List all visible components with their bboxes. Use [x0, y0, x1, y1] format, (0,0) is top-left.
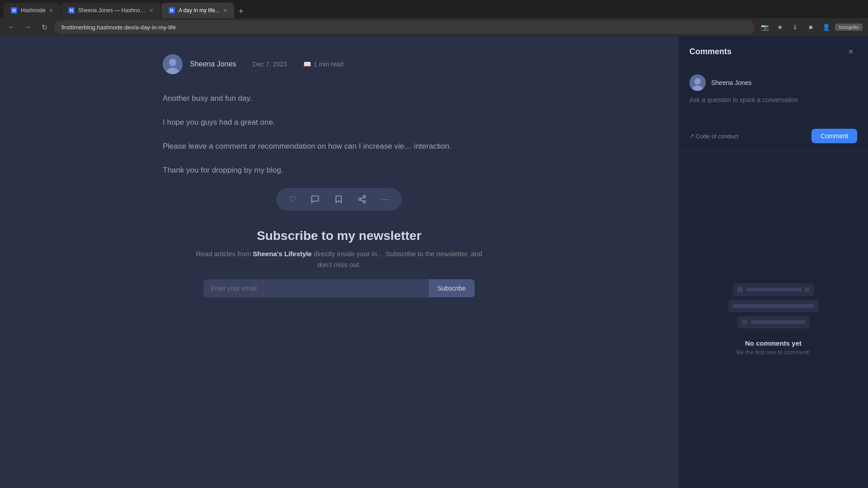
newsletter-email-input[interactable]: [203, 279, 429, 297]
comment-text-input[interactable]: [689, 96, 857, 123]
read-time-text: 1 min read: [314, 61, 344, 68]
svg-point-9: [694, 78, 701, 84]
hashnode-favicon-2: H: [68, 7, 75, 14]
tab-close-2[interactable]: ×: [150, 7, 153, 14]
comments-empty-state: No comments yet Be the first one to comm…: [679, 151, 868, 488]
newsletter-title: Subscribe to my newsletter: [190, 229, 488, 243]
empty-sub-text: Be the first one to comment!: [736, 349, 810, 356]
article-paragraph-4: Thank you for dropping by my blog.: [163, 164, 515, 177]
camera-icon[interactable]: 📷: [758, 21, 771, 33]
hashnode-favicon-3: H: [169, 7, 175, 14]
comment-footer: ↗ Code of conduct Comment: [689, 129, 857, 143]
commenter-name: Sheena Jones: [711, 79, 752, 86]
hashnode-favicon-1: H: [11, 7, 17, 14]
article-meta: Sheena Jones · Dec 7, 2023 · 📖 1 min rea…: [163, 54, 515, 74]
bookmark-button[interactable]: [332, 193, 345, 206]
like-button[interactable]: ♡: [287, 192, 298, 206]
article-content: Sheena Jones · Dec 7, 2023 · 📖 1 min rea…: [136, 36, 542, 324]
svg-point-5: [363, 201, 366, 203]
card1-dot: [737, 287, 743, 292]
code-of-conduct-link[interactable]: ↗ Code of conduct: [689, 133, 739, 140]
incognito-badge: Incognito: [835, 23, 863, 31]
forward-button[interactable]: →: [22, 21, 34, 33]
empty-no-comments-text: No comments yet: [745, 339, 802, 347]
profile-icon[interactable]: 👤: [820, 21, 832, 33]
nav-right: 📷 ★ ⇓ ■ 👤 Incognito: [758, 21, 863, 33]
card2-line1: [733, 304, 814, 308]
comment-user-row: Sheena Jones: [689, 75, 857, 91]
newsletter-section: Subscribe to my newsletter Read articles…: [163, 220, 515, 306]
svg-line-7: [361, 197, 363, 198]
article-paragraph-3: Please leave a comment or recommendation…: [163, 140, 515, 153]
external-link-icon: ↗: [689, 133, 694, 139]
share-button[interactable]: [356, 193, 368, 206]
author-name: Sheena Jones: [190, 60, 236, 68]
browser-nav: ← → ↻ 📷 ★ ⇓ ■ 👤 Incognito: [0, 18, 868, 36]
svg-point-3: [363, 195, 366, 197]
tab-hashnode[interactable]: H Hashnode ×: [4, 3, 60, 18]
tab-title-hashnode: Hashnode: [21, 7, 46, 14]
blog-name: Sheena's Lifestyle: [253, 250, 311, 258]
comment-submit-button[interactable]: Comment: [811, 129, 857, 143]
tab-close-1[interactable]: ×: [49, 7, 53, 14]
tab-title-blog: A day in my life...: [179, 7, 220, 14]
article-date: Dec 7, 2023: [253, 61, 287, 68]
action-bar: ♡: [163, 188, 515, 211]
tab-sheena[interactable]: H Sheena Jones — Hashnode ×: [61, 3, 160, 18]
new-tab-button[interactable]: +: [235, 5, 247, 18]
article-read-time: 📖 1 min read: [303, 61, 344, 68]
newsletter-form: Subscribe: [203, 279, 475, 297]
newsletter-desc: Read articles from Sheena's Lifestyle di…: [190, 249, 488, 270]
tab-close-3[interactable]: ×: [223, 7, 227, 14]
comments-title: Comments: [689, 47, 731, 56]
meta-separator-2: ·: [294, 60, 296, 68]
card3-dot: [742, 319, 747, 325]
newsletter-subscribe-button[interactable]: Subscribe: [429, 279, 475, 297]
commenter-avatar: [689, 75, 706, 91]
card1-line1: [746, 288, 802, 291]
book-icon: 📖: [303, 61, 311, 68]
article-body: Another busy and fun day. I hope you guy…: [163, 92, 515, 177]
extensions-icon[interactable]: ■: [804, 21, 817, 33]
card1-close: [805, 287, 810, 292]
article-area: Sheena Jones · Dec 7, 2023 · 📖 1 min rea…: [0, 36, 678, 488]
article-paragraph-2: I hope you guys had a great one.: [163, 116, 515, 129]
back-button[interactable]: ←: [5, 21, 18, 33]
close-comments-button[interactable]: ×: [844, 45, 857, 58]
tab-title-sheena: Sheena Jones — Hashnode: [78, 7, 146, 14]
author-avatar: [163, 54, 183, 74]
browser-chrome: H Hashnode × H Sheena Jones — Hashnode ×…: [0, 0, 868, 36]
download-icon[interactable]: ⇓: [789, 21, 802, 33]
comment-input-area: Sheena Jones ↗ Code of conduct Comment: [679, 67, 868, 151]
more-button[interactable]: ⋯: [379, 192, 391, 206]
article-paragraph-1: Another busy and fun day.: [163, 92, 515, 105]
empty-illustration: [728, 283, 819, 328]
main-layout: Sheena Jones · Dec 7, 2023 · 📖 1 min rea…: [0, 36, 868, 488]
svg-point-4: [359, 198, 361, 200]
comments-panel: Comments × Sheena Jones ↗ Code of: [678, 36, 868, 488]
meta-separator-1: ·: [243, 60, 245, 68]
comment-button[interactable]: [309, 193, 321, 206]
empty-cards: [728, 283, 819, 328]
svg-line-6: [361, 200, 363, 201]
svg-point-1: [169, 59, 176, 66]
code-of-conduct-label: Code of conduct: [696, 133, 739, 140]
comments-header: Comments ×: [679, 36, 868, 67]
card3-line1: [751, 320, 805, 324]
bookmark-star-icon[interactable]: ★: [774, 21, 786, 33]
tab-blog[interactable]: H A day in my life... ×: [161, 3, 234, 18]
action-bar-inner: ♡: [276, 188, 402, 211]
address-bar[interactable]: [54, 20, 755, 34]
browser-tabs: H Hashnode × H Sheena Jones — Hashnode ×…: [0, 0, 868, 18]
refresh-button[interactable]: ↻: [38, 21, 51, 33]
